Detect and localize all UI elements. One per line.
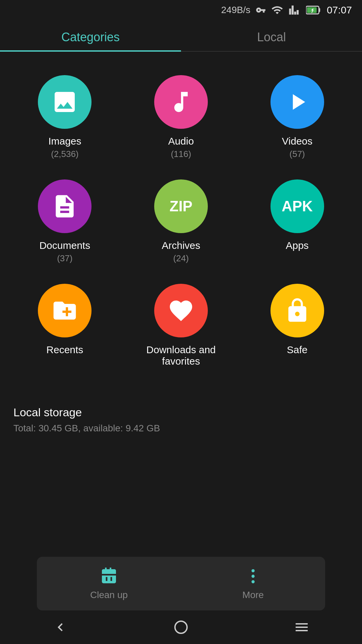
videos-icon-circle bbox=[270, 75, 324, 129]
recents-svg bbox=[51, 297, 78, 324]
category-apps[interactable]: APK Apps bbox=[239, 169, 355, 274]
documents-svg bbox=[51, 193, 78, 220]
category-audio[interactable]: Audio (116) bbox=[123, 65, 239, 169]
audio-icon-circle bbox=[154, 75, 208, 129]
category-documents[interactable]: Documents (37) bbox=[7, 169, 123, 274]
wifi-icon bbox=[271, 4, 283, 16]
cleanup-icon bbox=[100, 567, 118, 586]
status-time: 07:07 bbox=[327, 4, 352, 16]
back-button[interactable] bbox=[47, 614, 74, 641]
local-storage-title: Local storage bbox=[13, 406, 349, 419]
audio-count: (116) bbox=[171, 149, 191, 159]
documents-count: (37) bbox=[57, 253, 72, 264]
audio-label: Audio bbox=[168, 136, 194, 147]
archives-count: (24) bbox=[173, 253, 189, 264]
local-storage-subtitle: Total: 30.45 GB, available: 9.42 GB bbox=[13, 423, 349, 434]
categories-grid: Images (2,536) Audio (116) Videos (57) D… bbox=[0, 52, 362, 386]
audio-svg bbox=[168, 89, 194, 115]
videos-svg bbox=[284, 89, 311, 115]
apk-text: APK bbox=[282, 198, 313, 215]
apps-label: Apps bbox=[286, 240, 308, 251]
safe-icon-circle bbox=[270, 284, 324, 337]
heart-svg bbox=[168, 297, 194, 324]
category-recents[interactable]: Recents bbox=[7, 274, 123, 379]
status-bar: 249B/s 07:07 bbox=[0, 0, 362, 20]
videos-count: (57) bbox=[290, 149, 305, 159]
recents-label: Recents bbox=[46, 344, 83, 356]
images-label: Images bbox=[48, 136, 81, 147]
category-videos[interactable]: Videos (57) bbox=[239, 65, 355, 169]
images-svg bbox=[51, 89, 78, 115]
tab-local[interactable]: Local bbox=[181, 20, 362, 51]
home-circle-icon bbox=[173, 619, 189, 635]
images-count: (2,536) bbox=[51, 149, 78, 159]
back-icon bbox=[52, 619, 68, 635]
svg-point-4 bbox=[251, 580, 254, 583]
downloads-label: Downloads and favorites bbox=[126, 344, 236, 367]
category-downloads[interactable]: Downloads and favorites bbox=[123, 274, 239, 379]
lock-svg bbox=[284, 297, 311, 324]
battery-icon bbox=[306, 5, 321, 15]
videos-label: Videos bbox=[282, 136, 312, 147]
images-icon-circle bbox=[38, 75, 92, 129]
more-button[interactable]: More bbox=[181, 557, 325, 610]
zip-text: ZIP bbox=[170, 198, 192, 215]
signal-icon bbox=[289, 4, 301, 16]
cleanup-label: Clean up bbox=[90, 590, 128, 600]
menu-button[interactable] bbox=[288, 614, 315, 641]
nav-bar bbox=[0, 610, 362, 644]
documents-icon-circle bbox=[38, 179, 92, 233]
category-images[interactable]: Images (2,536) bbox=[7, 65, 123, 169]
tab-categories[interactable]: Categories bbox=[0, 20, 181, 51]
more-label: More bbox=[242, 590, 264, 600]
archives-label: Archives bbox=[162, 240, 200, 251]
network-speed: 249B/s bbox=[221, 5, 250, 15]
category-safe[interactable]: Safe bbox=[239, 274, 355, 379]
svg-point-5 bbox=[175, 621, 187, 633]
category-archives[interactable]: ZIP Archives (24) bbox=[123, 169, 239, 274]
downloads-icon-circle bbox=[154, 284, 208, 337]
home-button[interactable] bbox=[168, 614, 194, 641]
safe-label: Safe bbox=[287, 344, 308, 356]
bottom-bar: Clean up More bbox=[37, 557, 325, 610]
documents-label: Documents bbox=[39, 240, 90, 251]
menu-lines-icon bbox=[294, 619, 310, 635]
local-storage-section: Local storage Total: 30.45 GB, available… bbox=[0, 392, 362, 440]
svg-point-3 bbox=[251, 575, 254, 578]
apps-icon-circle: APK bbox=[270, 179, 324, 233]
svg-point-2 bbox=[251, 569, 254, 572]
recents-icon-circle bbox=[38, 284, 92, 337]
cleanup-button[interactable]: Clean up bbox=[37, 557, 181, 610]
more-dots-icon bbox=[244, 567, 262, 586]
tabs-bar: Categories Local bbox=[0, 20, 362, 52]
vpn-key-icon bbox=[256, 5, 266, 15]
archives-icon-circle: ZIP bbox=[154, 179, 208, 233]
